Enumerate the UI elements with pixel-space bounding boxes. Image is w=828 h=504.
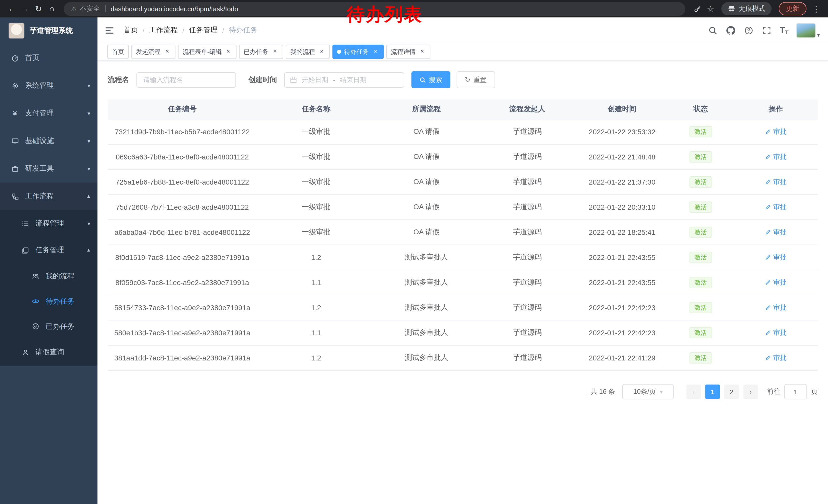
- column-header: 流程发起人: [478, 104, 577, 114]
- sidebar-item-todo-task[interactable]: 待办任务: [0, 289, 97, 314]
- close-icon[interactable]: ×: [372, 48, 379, 55]
- cell-status: 激活: [667, 126, 734, 137]
- close-icon[interactable]: ×: [419, 48, 426, 55]
- edit-icon: [765, 229, 771, 235]
- back-icon[interactable]: ←: [5, 2, 18, 15]
- sidebar-item-label: 工作流程: [25, 192, 54, 201]
- search-icon[interactable]: [708, 25, 718, 35]
- cell-initiator: 芋道源码: [478, 202, 577, 212]
- goto-page-input[interactable]: [784, 384, 807, 400]
- sidebar-item-task-mgmt[interactable]: 任务管理 ▾: [0, 237, 97, 264]
- goto-unit-label: 页: [811, 387, 818, 396]
- approve-button[interactable]: 审批: [765, 328, 787, 337]
- tab-todo-tasks[interactable]: 待办任务×: [332, 45, 384, 59]
- key-icon[interactable]: [691, 2, 704, 15]
- task-table: 任务编号 任务名称 所属流程 流程发起人 创建时间 状态 操作 73211d9d…: [108, 99, 818, 371]
- cell-task-name: 一级审批: [257, 127, 375, 136]
- reload-icon[interactable]: ↻: [32, 2, 45, 15]
- cell-created: 2022-01-22 23:53:32: [577, 128, 667, 136]
- next-page-button[interactable]: ›: [743, 384, 758, 399]
- sidebar-collapse-icon[interactable]: [97, 26, 119, 35]
- sidebar-item-process-mgmt[interactable]: 流程管理 ▾: [0, 210, 97, 237]
- status-badge: 激活: [689, 327, 712, 338]
- breadcrumb-item[interactable]: 任务管理: [189, 26, 218, 35]
- fullscreen-icon[interactable]: [762, 25, 772, 35]
- page-size-select[interactable]: 10条/页 ▾: [622, 384, 673, 400]
- tab-done-tasks[interactable]: 已办任务×: [239, 45, 283, 59]
- tab-my-process[interactable]: 我的流程×: [286, 45, 330, 59]
- tab-home[interactable]: 首页: [107, 45, 129, 59]
- cell-created: 2022-01-21 22:41:29: [577, 354, 667, 362]
- search-button[interactable]: 搜索: [411, 71, 450, 88]
- total-count: 共 16 条: [591, 387, 615, 396]
- close-icon[interactable]: ×: [272, 48, 279, 55]
- breadcrumb-separator: /: [142, 27, 144, 34]
- date-range-picker[interactable]: 开始日期 - 结束日期: [284, 72, 404, 87]
- approve-button[interactable]: 审批: [765, 253, 787, 262]
- sidebar-item-my-process[interactable]: 我的流程: [0, 264, 97, 289]
- sidebar-item-label: 任务管理: [35, 245, 64, 255]
- close-icon[interactable]: ×: [225, 48, 232, 55]
- cell-status: 激活: [667, 227, 734, 238]
- approve-button[interactable]: 审批: [765, 228, 787, 237]
- sidebar-item-infra[interactable]: 基础设施 ▾: [0, 127, 97, 155]
- approve-button[interactable]: 审批: [765, 202, 787, 212]
- workflow-icon: [10, 192, 19, 200]
- approve-button[interactable]: 审批: [765, 127, 787, 136]
- column-header: 所属流程: [376, 104, 478, 114]
- url-text: dashboard.yudao.iocoder.cn/bpm/task/todo: [111, 5, 238, 12]
- refresh-icon: ↻: [465, 76, 470, 84]
- font-size-icon[interactable]: TT: [780, 25, 788, 35]
- approve-button[interactable]: 审批: [765, 152, 787, 162]
- cell-initiator: 芋道源码: [478, 278, 577, 287]
- process-name-input[interactable]: [136, 72, 236, 87]
- sidebar-item-home[interactable]: 首页: [0, 44, 97, 72]
- sidebar-item-done-task[interactable]: 已办任务: [0, 314, 97, 339]
- close-icon[interactable]: ×: [164, 48, 171, 55]
- cell-process: 测试多审批人: [376, 253, 478, 262]
- cell-action: 审批: [734, 328, 818, 337]
- status-badge: 激活: [689, 252, 712, 263]
- cell-initiator: 芋道源码: [478, 228, 577, 237]
- breadcrumb-item[interactable]: 工作流程: [149, 26, 178, 35]
- sidebar-item-system[interactable]: 系统管理 ▾: [0, 72, 97, 99]
- forward-icon[interactable]: →: [18, 2, 32, 15]
- cell-action: 审批: [734, 303, 818, 312]
- close-icon[interactable]: ×: [318, 48, 325, 55]
- cell-action: 审批: [734, 253, 818, 262]
- reset-button[interactable]: ↻ 重置: [457, 71, 495, 88]
- column-header: 任务编号: [108, 104, 257, 114]
- table-row: 069c6a63-7b8a-11ec-8ef0-acde48001122 一级审…: [108, 145, 818, 170]
- page-1-button[interactable]: 1: [705, 384, 720, 399]
- sidebar-item-devtools[interactable]: 研发工具 ▾: [0, 155, 97, 183]
- star-icon[interactable]: ☆: [704, 2, 717, 15]
- approve-button[interactable]: 审批: [765, 278, 787, 287]
- sidebar-item-payment[interactable]: ¥ 支付管理 ▾: [0, 99, 97, 127]
- help-icon[interactable]: [744, 25, 754, 35]
- approve-button[interactable]: 审批: [765, 177, 787, 187]
- column-header: 操作: [734, 104, 818, 114]
- home-icon[interactable]: ⌂: [45, 2, 58, 15]
- page-2-button[interactable]: 2: [724, 384, 739, 399]
- tab-form-edit[interactable]: 流程表单-编辑×: [178, 45, 237, 59]
- github-icon[interactable]: [726, 25, 736, 35]
- approve-button[interactable]: 审批: [765, 353, 787, 363]
- user-menu[interactable]: ▾: [796, 23, 820, 38]
- tab-process-detail[interactable]: 流程详情×: [386, 45, 430, 59]
- breadcrumb-item[interactable]: 首页: [124, 26, 138, 35]
- chevron-down-icon: ▾: [817, 32, 820, 38]
- update-button[interactable]: 更新: [779, 2, 806, 15]
- table-row: 580e1b3d-7ac8-11ec-a9e2-a2380e71991a 1.1…: [108, 320, 818, 346]
- app-logo[interactable]: 芋道管理系统: [0, 17, 97, 44]
- table-row: 725a1eb6-7b88-11ec-8ef0-acde48001122 一级审…: [108, 170, 818, 195]
- approve-button[interactable]: 审批: [765, 303, 787, 312]
- tab-start-process[interactable]: 发起流程×: [131, 45, 175, 59]
- sidebar-item-label: 已办任务: [46, 322, 74, 331]
- browser-menu-icon[interactable]: ⋮: [810, 2, 823, 15]
- cell-action: 审批: [734, 353, 818, 363]
- prev-page-button[interactable]: ‹: [687, 384, 701, 399]
- people-icon: [31, 272, 40, 280]
- sidebar-item-workflow[interactable]: 工作流程 ▾: [0, 183, 97, 210]
- sidebar-item-leave-query[interactable]: 请假查询: [0, 339, 97, 366]
- status-badge: 激活: [689, 201, 712, 213]
